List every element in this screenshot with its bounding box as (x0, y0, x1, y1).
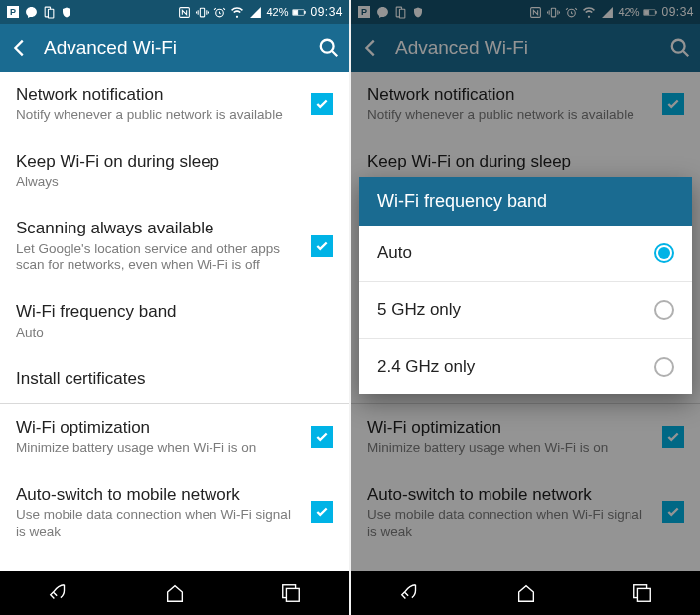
battery-icon (643, 5, 657, 19)
checkbox-checked-icon (662, 93, 684, 115)
setting-title: Scanning always available (16, 218, 303, 238)
status-bar: P 42% 09:34 (351, 0, 700, 24)
status-right: 42% 09:34 (528, 5, 694, 19)
alarm-icon (212, 5, 226, 19)
nav-back-icon[interactable] (29, 578, 88, 608)
setting-keep-wifi-sleep[interactable]: Keep Wi-Fi on during sleep Always (0, 138, 349, 205)
shield-icon (411, 5, 425, 19)
option-24ghz[interactable]: 2.4 GHz only (359, 338, 692, 394)
signal-icon (600, 5, 614, 19)
checkbox-checked-icon[interactable] (311, 93, 333, 115)
setting-title: Network notification (16, 84, 303, 105)
nav-back-icon[interactable] (380, 578, 440, 608)
back-icon[interactable] (8, 36, 32, 60)
option-label: 5 GHz only (377, 300, 654, 320)
alarm-icon (564, 5, 578, 19)
setting-title: Install certificates (16, 368, 333, 388)
page-title: Advanced Wi-Fi (44, 37, 305, 59)
status-left: P (6, 5, 73, 19)
frequency-band-dialog: Wi-Fi frequency band Auto 5 GHz only 2.4… (359, 177, 692, 394)
setting-network-notification: Network notification Notify whenever a p… (351, 72, 700, 138)
setting-title: Wi-Fi optimization (16, 417, 303, 438)
svg-rect-21 (656, 11, 657, 13)
setting-sub: Use mobile data connection when Wi-Fi si… (16, 507, 303, 540)
vibrate-icon (195, 5, 209, 19)
option-label: 2.4 GHz only (377, 357, 654, 377)
nav-home-icon[interactable] (496, 578, 556, 608)
checkbox-checked-icon[interactable] (311, 235, 333, 257)
search-icon[interactable] (317, 36, 341, 60)
devices-icon (393, 5, 407, 19)
setting-sub: Minimize battery usage when Wi-Fi is on (367, 440, 654, 457)
setting-sub: Minimize battery usage when Wi-Fi is on (16, 440, 303, 457)
setting-scanning-always[interactable]: Scanning always available Let Google's l… (0, 205, 349, 288)
battery-text: 42% (618, 6, 639, 18)
setting-wifi-optimization[interactable]: Wi-Fi optimization Minimize battery usag… (0, 404, 349, 471)
setting-wifi-optimization: Wi-Fi optimization Minimize battery usag… (351, 404, 700, 471)
checkbox-checked-icon[interactable] (311, 426, 333, 448)
nav-recent-icon[interactable] (613, 578, 672, 608)
setting-sub: Auto (16, 325, 333, 342)
svg-rect-5 (200, 8, 204, 17)
wifi-icon (582, 5, 596, 19)
option-5ghz[interactable]: 5 GHz only (359, 281, 692, 338)
flipboard-icon: P (357, 5, 371, 19)
nav-recent-icon[interactable] (261, 578, 321, 608)
setting-title: Keep Wi-Fi on during sleep (367, 151, 684, 172)
svg-rect-9 (294, 10, 299, 15)
setting-network-notification[interactable]: Network notification Notify whenever a p… (0, 72, 349, 138)
setting-sub: Let Google's location service and other … (16, 241, 303, 275)
clock-text: 09:34 (310, 5, 343, 19)
setting-title: Auto-switch to mobile network (367, 484, 654, 505)
setting-title: Wi-Fi optimization (367, 417, 654, 438)
setting-install-certificates[interactable]: Install certificates (0, 355, 349, 402)
setting-auto-switch: Auto-switch to mobile network Use mobile… (351, 471, 700, 554)
svg-text:P: P (10, 7, 16, 17)
page-title: Advanced Wi-Fi (395, 37, 656, 59)
option-label: Auto (377, 243, 654, 263)
status-bar: P 42% 09:34 (0, 0, 349, 24)
svg-rect-3 (48, 9, 53, 18)
shield-icon (60, 5, 73, 19)
battery-icon (292, 5, 306, 19)
setting-title: Network notification (367, 84, 654, 105)
search-icon[interactable] (668, 36, 692, 60)
setting-frequency-band[interactable]: Wi-Fi frequency band Auto (0, 288, 349, 355)
screen-settings: P 42% 09:34 Advanced Wi-Fi Network notif… (0, 0, 349, 615)
messenger-icon (375, 5, 389, 19)
action-bar: Advanced Wi-Fi (351, 24, 700, 72)
setting-sub: Use mobile data connection when Wi-Fi si… (367, 507, 654, 540)
battery-text: 42% (266, 6, 288, 18)
nav-bar (351, 571, 700, 615)
wifi-icon (230, 5, 244, 19)
signal-icon (248, 5, 262, 19)
svg-rect-8 (305, 11, 306, 13)
dialog-title: Wi-Fi frequency band (359, 177, 692, 226)
setting-title: Keep Wi-Fi on during sleep (16, 151, 333, 172)
screen-dialog: P 42% 09:34 Advanced Wi-Fi Network notif… (351, 0, 700, 615)
checkbox-checked-icon (662, 501, 684, 523)
radio-unselected-icon[interactable] (654, 357, 674, 377)
nav-home-icon[interactable] (145, 578, 205, 608)
svg-point-10 (321, 40, 334, 53)
back-icon[interactable] (359, 36, 383, 60)
svg-point-23 (672, 40, 685, 53)
svg-rect-16 (399, 9, 404, 18)
setting-sub: Notify whenever a public network is avai… (367, 107, 654, 124)
svg-rect-25 (637, 588, 650, 601)
vibrate-icon (546, 5, 560, 19)
radio-selected-icon[interactable] (654, 243, 674, 263)
devices-icon (42, 5, 56, 19)
svg-rect-12 (286, 588, 299, 601)
nav-bar (0, 571, 349, 615)
nfc-icon (177, 5, 191, 19)
setting-auto-switch[interactable]: Auto-switch to mobile network Use mobile… (0, 471, 349, 554)
checkbox-checked-icon[interactable] (311, 501, 333, 523)
radio-unselected-icon[interactable] (654, 300, 674, 320)
checkbox-checked-icon (662, 426, 684, 448)
messenger-icon (24, 5, 38, 19)
nfc-icon (528, 5, 542, 19)
svg-rect-18 (551, 8, 555, 17)
svg-rect-22 (645, 10, 650, 15)
option-auto[interactable]: Auto (359, 226, 692, 281)
